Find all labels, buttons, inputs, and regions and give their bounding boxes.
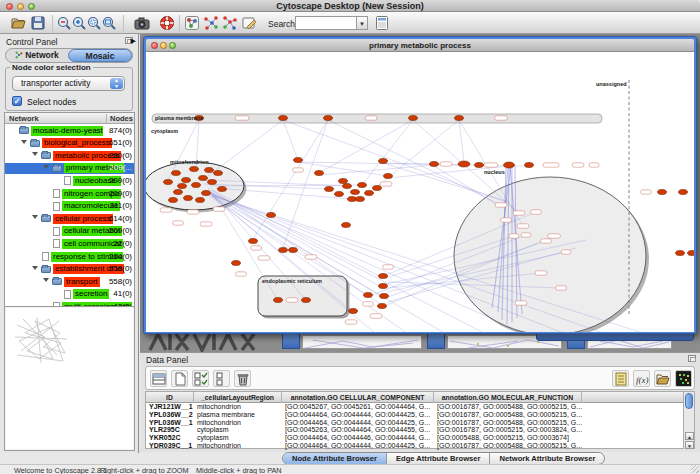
- annotation-icon[interactable]: [241, 15, 257, 31]
- tree-row-macromolecule[interactable]: macromolecule311(0): [5, 201, 134, 212]
- tab-edge-attribute-browser[interactable]: Edge Attribute Browser: [387, 453, 491, 464]
- tree-row-cell-communicat[interactable]: cell communicat22(0): [5, 238, 134, 249]
- vizmapper-icon[interactable]: [184, 15, 200, 31]
- minimize-icon[interactable]: [17, 3, 24, 10]
- table-cell[interactable]: [GO:0044464, GO:0044446, GO:0044444, G..…: [282, 434, 434, 442]
- table-cell[interactable]: [582, 426, 684, 434]
- close-icon[interactable]: [6, 3, 13, 10]
- tab-mosaic[interactable]: Mosaic: [68, 49, 132, 62]
- help-lifering-icon[interactable]: [159, 15, 175, 31]
- select-attributes-icon[interactable]: [192, 370, 209, 387]
- snapshot-icon[interactable]: [134, 15, 150, 31]
- table-cell[interactable]: mitochondrion: [194, 442, 282, 450]
- zoom-fit-icon[interactable]: [101, 15, 117, 31]
- new-attribute-icon[interactable]: [171, 370, 188, 387]
- background-window-titlebar[interactable]: [282, 333, 300, 349]
- more-tabs-arrow-icon[interactable]: ▶: [131, 37, 136, 45]
- expand-arrow-icon[interactable]: [32, 152, 38, 156]
- table-cell[interactable]: [GO:0044464, GO:0044444, GO:0044425, G..…: [282, 419, 434, 427]
- column-header[interactable]: annotation.GO CELLULAR_COMPONENT: [282, 392, 434, 403]
- open-session-icon[interactable]: [11, 15, 27, 31]
- zoom-in-icon[interactable]: [71, 15, 87, 31]
- table-cell[interactable]: plasma membrane: [194, 411, 282, 419]
- table-cell[interactable]: [GO:0005488, GO:0005215, GO:0003674]: [434, 434, 582, 442]
- table-cell[interactable]: [GO:0016787, GO:0005488, GO:0005215, G..…: [434, 403, 582, 411]
- attribute-browser-icon[interactable]: [374, 15, 390, 31]
- birdseye-view[interactable]: [4, 306, 135, 451]
- zoom-window-icon[interactable]: [28, 3, 35, 10]
- table-cell[interactable]: cytoplasm: [194, 434, 282, 442]
- expand-arrow-icon[interactable]: [32, 266, 38, 270]
- table-row[interactable]: YPL036W__2plasma membrane[GO:0044464, GO…: [146, 411, 684, 419]
- table-cell[interactable]: YKR052C: [146, 434, 194, 442]
- table-cell[interactable]: [582, 403, 684, 411]
- table-cell[interactable]: [582, 411, 684, 419]
- layout-1-icon[interactable]: [203, 15, 219, 31]
- delete-attribute-icon[interactable]: [234, 370, 251, 387]
- tree-row-cellular-process[interactable]: cellular process614(0): [5, 213, 134, 224]
- expand-arrow-icon[interactable]: [43, 278, 49, 282]
- resize-grip[interactable]: [691, 465, 699, 473]
- background-window-canvas[interactable]: [302, 335, 422, 349]
- minimize-icon[interactable]: [160, 42, 167, 49]
- background-window-titlebar[interactable]: [427, 333, 445, 349]
- table-row[interactable]: YKR052Ccytoplasm[GO:0044464, GO:0044446,…: [146, 434, 684, 442]
- table-cell[interactable]: [GO:0044464, GO:0044444, GO:0044425, G..…: [282, 411, 434, 419]
- expand-arrow-icon[interactable]: [43, 165, 49, 169]
- table-cell[interactable]: cytoplasm: [194, 426, 282, 434]
- select-nodes-checkbox[interactable]: ✓: [12, 96, 22, 106]
- search-input[interactable]: [295, 16, 357, 30]
- table-cell[interactable]: [GO:0045267, GO:0045261, GO:0044464, G..…: [282, 403, 434, 411]
- close-icon[interactable]: [151, 42, 158, 49]
- float-panel-icon[interactable]: [688, 355, 696, 362]
- heatmap-icon[interactable]: [675, 370, 692, 387]
- table-cell[interactable]: [GO:0045263, GO:0044464, GO:0044455, G..…: [282, 426, 434, 434]
- table-cell[interactable]: [582, 419, 684, 427]
- tree-row-primary-metabo[interactable]: primary metabo209(...: [5, 163, 134, 174]
- table-cell[interactable]: [GO:0016787, GO:0005488, GO:0005215, G..…: [434, 442, 582, 450]
- tree-row-secretion[interactable]: secretion41(0): [5, 289, 134, 300]
- table-mode-icon[interactable]: [150, 370, 167, 387]
- table-cell[interactable]: [582, 442, 684, 450]
- tree-row-nucleobase-[interactable]: nucleobase-209(0): [5, 175, 134, 186]
- search-dropdown-arrow[interactable]: ▼: [357, 16, 368, 30]
- column-header[interactable]: ID: [146, 392, 194, 403]
- table-cell[interactable]: mitochondrion: [194, 419, 282, 427]
- tree-row-biological-process[interactable]: biological_process651(0): [5, 138, 134, 149]
- zoom-selected-icon[interactable]: [86, 15, 102, 31]
- scroll-down-icon[interactable]: ▼: [685, 441, 694, 449]
- column-header[interactable]: [582, 392, 684, 403]
- import-attributes-icon[interactable]: [654, 370, 671, 387]
- layout-2-icon[interactable]: [222, 15, 238, 31]
- zoom-window-icon[interactable]: [169, 42, 176, 49]
- network-window-titlebar[interactable]: primary metabolic process: [146, 39, 694, 52]
- scroll-up-icon[interactable]: ▲: [685, 432, 694, 440]
- function-builder-icon[interactable]: f(x): [633, 370, 650, 387]
- table-cell[interactable]: [GO:0016787, GO:0005488, GO:0005215, G..…: [434, 411, 582, 419]
- tree-row-nitrogen-compo[interactable]: nitrogen compo209(0): [5, 188, 134, 199]
- table-row[interactable]: YLR295Ccytoplasm[GO:0045263, GO:0044464,…: [146, 426, 684, 434]
- save-session-icon[interactable]: [30, 15, 46, 31]
- table-row[interactable]: YPL036W__1mitochondrion[GO:0044464, GO:0…: [146, 419, 684, 427]
- tree-row-response-to-stimulu[interactable]: response to stimulu264(0): [5, 251, 134, 262]
- table-cell[interactable]: [GO:0016787, GO:0005215, GO:0003824, G..…: [434, 426, 582, 434]
- table-cell[interactable]: mitochondrion: [194, 403, 282, 411]
- scrollbar-thumb[interactable]: [685, 393, 693, 409]
- node-color-dropdown[interactable]: transporter activity ▲▼: [12, 76, 125, 91]
- table-cell[interactable]: YPL036W__2: [146, 411, 194, 419]
- tree-row-mosaic-demo-yeast[interactable]: mosaic-demo-yeast874(0): [5, 125, 134, 136]
- expand-arrow-icon[interactable]: [32, 215, 38, 219]
- tree-row-establishment-of-lo[interactable]: establishment of lo558(0): [5, 264, 134, 275]
- table-cell[interactable]: [582, 434, 684, 442]
- tree-row-metabolic-process[interactable]: metabolic process280(0): [5, 150, 134, 161]
- tree-row-cellular-metabol[interactable]: cellular metabol209(0): [5, 226, 134, 237]
- attribute-list-icon[interactable]: [612, 370, 629, 387]
- table-cell[interactable]: [GO:0016787, GO:0005488, GO:0005215, G..…: [434, 419, 582, 427]
- column-header[interactable]: annotation.GO MOLECULAR_FUNCTION: [434, 392, 582, 403]
- table-cell[interactable]: YDR039C__1: [146, 442, 194, 450]
- table-cell[interactable]: YPL036W__1: [146, 419, 194, 427]
- tree-row-transport[interactable]: transport558(0): [5, 276, 134, 287]
- table-row[interactable]: YJR121W__1mitochondrion[GO:0045267, GO:0…: [146, 403, 684, 411]
- unselect-attributes-icon[interactable]: [213, 370, 230, 387]
- column-header[interactable]: _cellularLayoutRegion: [194, 392, 282, 403]
